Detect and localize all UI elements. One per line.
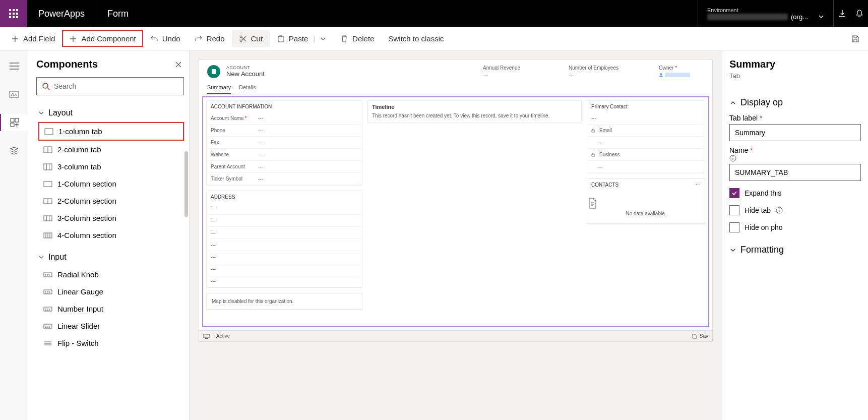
- field-row[interactable]: ---: [207, 263, 362, 275]
- display-options-header[interactable]: Display op: [729, 97, 861, 108]
- component-linear-slider[interactable]: 123Linear Slider: [38, 318, 184, 334]
- paste-button[interactable]: Paste |: [270, 30, 333, 47]
- delete-button[interactable]: Delete: [333, 30, 381, 47]
- cut-button[interactable]: Cut: [232, 30, 270, 47]
- redo-button[interactable]: Redo: [188, 30, 232, 47]
- components-panel: Components Layout 1-column tab 2-column …: [28, 50, 190, 420]
- component-linear-gauge[interactable]: 123Linear Gauge: [38, 283, 184, 300]
- field-row[interactable]: Account Name*---: [207, 112, 362, 125]
- notifications-button[interactable]: [851, 9, 868, 18]
- field-row[interactable]: ---: [207, 275, 362, 287]
- undo-button[interactable]: Undo: [143, 30, 188, 47]
- component-flip-switch[interactable]: Flip - Switch: [38, 335, 184, 351]
- svg-rect-11: [278, 36, 283, 42]
- form-tab-details[interactable]: Details: [239, 84, 256, 94]
- svg-text:123: 123: [45, 308, 50, 311]
- component-3-column-tab[interactable]: 3-column tab: [38, 158, 184, 175]
- search-input[interactable]: [36, 77, 184, 95]
- field-row[interactable]: ---: [207, 239, 362, 251]
- field-row[interactable]: Ticker Symbol---: [207, 173, 362, 185]
- tab-icon: [44, 128, 53, 135]
- svg-point-10: [240, 36, 242, 38]
- field-row[interactable]: ---: [207, 203, 362, 215]
- field-row[interactable]: ---: [207, 227, 362, 239]
- components-rail-button[interactable]: [0, 114, 28, 131]
- component-1-column-section[interactable]: 1-Column section: [38, 175, 184, 192]
- hamburger-button[interactable]: [0, 57, 28, 75]
- switch-icon: [43, 340, 52, 347]
- property-subtitle: Tab: [729, 72, 861, 80]
- expand-checkbox[interactable]: Expand this: [729, 188, 861, 198]
- primary-contact-section[interactable]: Primary Contact --- Email --- Business -…: [587, 100, 705, 173]
- save-icon[interactable]: [851, 34, 860, 43]
- component-4-column-section[interactable]: 4-Column section: [38, 227, 184, 244]
- fields-rail-button[interactable]: Abc: [0, 86, 28, 103]
- trash-icon: [340, 35, 348, 43]
- tree-rail-button[interactable]: [0, 142, 28, 159]
- svg-point-47: [660, 73, 662, 75]
- switch-to-classic-button[interactable]: Switch to classic: [381, 30, 451, 47]
- field-row[interactable]: ---: [207, 251, 362, 263]
- input-group-header[interactable]: Input: [36, 249, 184, 266]
- property-title: Summary: [729, 58, 861, 70]
- form-footer: Active Sav: [199, 330, 712, 341]
- device-icon: [203, 334, 210, 339]
- address-section[interactable]: ADDRESS --- --- --- --- --- --- ---: [206, 191, 362, 288]
- timeline-section[interactable]: Timeline This record hasn't been created…: [367, 100, 582, 123]
- tab-label-input[interactable]: [729, 124, 861, 141]
- layout-group-header[interactable]: Layout: [36, 104, 184, 122]
- svg-rect-5: [16, 13, 18, 15]
- svg-rect-4: [13, 13, 15, 15]
- environment-picker[interactable]: Environment (org...: [698, 0, 834, 27]
- field-row[interactable]: Phone---: [207, 125, 362, 137]
- component-2-column-tab[interactable]: 2-column tab: [38, 141, 184, 158]
- component-number-input[interactable]: 123Number Input: [38, 301, 184, 317]
- undo-icon: [150, 35, 158, 43]
- document-icon: [587, 198, 597, 209]
- map-section[interactable]: Map is disabled for this organization.: [206, 293, 362, 310]
- svg-point-57: [732, 156, 733, 157]
- svg-rect-2: [16, 9, 18, 11]
- account-info-section[interactable]: ACCOUNT INFORMATION Account Name*--- Pho…: [206, 100, 362, 186]
- svg-rect-0: [9, 9, 11, 11]
- hide-phone-checkbox[interactable]: Hide on pho: [729, 222, 861, 232]
- lock-icon: [591, 129, 595, 133]
- selected-tab-body[interactable]: ACCOUNT INFORMATION Account Name*--- Pho…: [202, 96, 709, 327]
- field-row[interactable]: ---: [207, 215, 362, 227]
- component-1-column-tab[interactable]: 1-column tab: [38, 122, 184, 141]
- waffle-icon: [9, 9, 18, 18]
- chevron-down-icon[interactable]: [320, 36, 326, 42]
- formatting-header[interactable]: Formatting: [729, 245, 861, 255]
- add-field-button[interactable]: Add Field: [4, 30, 62, 47]
- component-3-column-section[interactable]: 3-Column section: [38, 210, 184, 226]
- scrollbar-thumb[interactable]: [184, 151, 188, 217]
- svg-rect-6: [9, 16, 11, 18]
- field-row[interactable]: Parent Account---: [207, 161, 362, 173]
- field-row[interactable]: Fax---: [207, 137, 362, 149]
- contacts-section[interactable]: CONTACTS⋯ No data available.: [587, 178, 705, 224]
- chevron-down-icon: [729, 247, 736, 254]
- hide-tab-checkbox[interactable]: Hide tab: [729, 205, 861, 215]
- close-panel-button[interactable]: [173, 59, 184, 70]
- svg-rect-7: [13, 16, 15, 18]
- svg-rect-49: [592, 154, 595, 156]
- more-icon[interactable]: ⋯: [696, 182, 701, 188]
- component-radial-knob[interactable]: 123Radial Knob: [38, 266, 184, 283]
- download-button[interactable]: [834, 9, 851, 18]
- add-component-button[interactable]: Add Component: [62, 30, 143, 47]
- field-row[interactable]: Website---: [207, 149, 362, 161]
- svg-point-60: [779, 208, 780, 209]
- input-icon: 123: [43, 288, 52, 295]
- name-input[interactable]: [729, 164, 861, 181]
- chevron-down-icon: [38, 254, 44, 260]
- svg-point-9: [240, 40, 242, 42]
- chevron-down-icon: [38, 110, 44, 116]
- save-icon[interactable]: [692, 333, 698, 339]
- app-launcher-button[interactable]: [0, 0, 27, 27]
- info-icon: [776, 207, 783, 214]
- component-2-column-section[interactable]: 2-Column section: [38, 193, 184, 209]
- tab-icon: [43, 163, 52, 170]
- chevron-up-icon: [729, 99, 736, 106]
- search-field[interactable]: [54, 82, 178, 90]
- form-tab-summary[interactable]: Summary: [207, 84, 231, 94]
